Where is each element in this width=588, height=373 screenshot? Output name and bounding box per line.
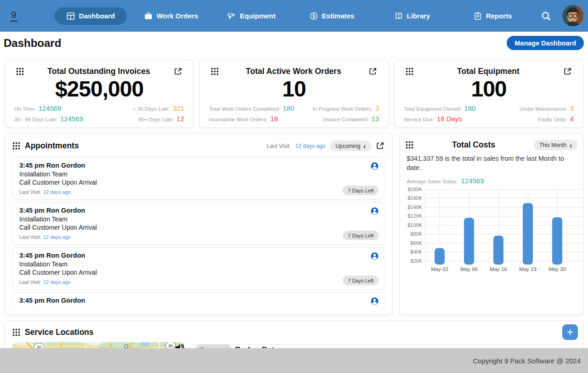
card-total-equipment: Total Equipment 100 Total Equipment Owne… xyxy=(394,60,583,128)
drag-handle-icon[interactable] xyxy=(406,141,413,149)
avatar-photo xyxy=(562,5,583,26)
bar-May 30 xyxy=(552,217,562,265)
card-title: Total Equipment xyxy=(413,67,563,76)
appointment-item[interactable]: 3:45 pm Ron Gordon Installation Team Cal… xyxy=(12,202,384,245)
appointment-note: Call Customer Upon Arrival xyxy=(19,179,378,186)
search-icon[interactable] xyxy=(541,11,551,21)
stat-label: Under Maintenance: xyxy=(520,106,567,112)
stat-value: 3 xyxy=(570,104,574,112)
y-axis-tick-label: $140K xyxy=(406,204,422,210)
stat-value: 18 Days xyxy=(437,115,462,123)
x-axis-tick-label: May 06 xyxy=(455,266,483,272)
person-icon[interactable] xyxy=(371,207,379,215)
nav-item-estimates[interactable]: $ Estimates xyxy=(292,0,372,32)
bar-May 02 xyxy=(435,248,445,264)
chevron-left-icon: ‹ xyxy=(363,141,366,150)
stat-value: 3 xyxy=(375,104,379,112)
stat-value: 4 xyxy=(570,115,574,123)
x-axis-tick-label: May 30 xyxy=(543,266,571,272)
drag-handle-icon[interactable] xyxy=(406,68,413,75)
gridline xyxy=(425,216,583,216)
open-external-icon[interactable] xyxy=(368,67,377,76)
appointment-title: 3:45 pm Ron Gordon xyxy=(19,162,378,169)
app-logo[interactable]: 9 xyxy=(10,9,17,22)
x-axis-tick-label: May 02 xyxy=(426,266,453,272)
appointment-team: Installation Team xyxy=(19,215,378,223)
top-nav: 9 Dashboard Work Orders Equipment $ Esti… xyxy=(0,0,588,32)
appointment-note: Call Customer Upon Arrival xyxy=(19,224,378,231)
nav-item-work-orders[interactable]: Work Orders xyxy=(131,0,211,32)
work-orders-icon xyxy=(144,12,153,20)
svg-text:30: 30 xyxy=(168,344,173,348)
stat-label: In Progress Work Orders: xyxy=(313,106,373,112)
stat-value: 12 xyxy=(176,115,184,123)
appointment-item[interactable]: 3:45 pm Ron Gordon Installation Team Cal… xyxy=(12,247,384,290)
card-value: $250,000 xyxy=(16,76,182,102)
open-external-icon[interactable] xyxy=(563,67,572,76)
x-axis-tick-label: May 16 xyxy=(485,266,512,272)
last-visit-value[interactable]: 12 days ago xyxy=(43,189,71,195)
nav-item-label: Reports xyxy=(486,12,512,20)
upcoming-filter-chip[interactable]: Upcoming‹ xyxy=(330,141,371,151)
nav-item-library[interactable]: Library xyxy=(372,0,452,32)
drag-handle-icon[interactable] xyxy=(211,68,219,75)
add-location-button[interactable]: + xyxy=(562,324,578,340)
reports-icon xyxy=(474,12,482,20)
person-icon[interactable] xyxy=(371,252,379,260)
stat-label: 30 - 90 Days Late: xyxy=(14,117,57,122)
appointments-title: Appointments xyxy=(25,141,262,151)
dashboard-icon xyxy=(67,12,75,20)
stat-cards-row: Total Outstanding Invoices $250,000 On T… xyxy=(5,60,583,128)
nav-item-label: Work Orders xyxy=(157,12,198,20)
stat-label: Total Equipment Owned: xyxy=(404,106,461,112)
days-left-chip: 7 Days Left xyxy=(343,186,379,195)
user-avatar[interactable] xyxy=(562,5,583,26)
avg-sales-value: 124569 xyxy=(461,177,484,185)
last-visit-value[interactable]: 12 days ago xyxy=(295,143,325,149)
avg-sales-label: Average Sales Today: xyxy=(407,179,458,184)
person-icon[interactable] xyxy=(371,162,379,170)
copyright-text: Copyright 9 Pack Software @ 2024 xyxy=(473,357,581,365)
y-axis-tick-label: $180K xyxy=(406,186,422,192)
y-axis-tick-label: $120K xyxy=(406,213,422,219)
card-total-outstanding-invoices: Total Outstanding Invoices $250,000 On T… xyxy=(5,60,194,128)
drag-handle-icon[interactable] xyxy=(12,328,20,336)
last-visit-value[interactable]: 12 days ago xyxy=(43,234,71,240)
gridline xyxy=(425,189,583,190)
nav-item-reports[interactable]: Reports xyxy=(452,0,533,32)
service-locations-title: Service Locations xyxy=(25,328,94,337)
manage-dashboard-button[interactable]: Manage Dashboard xyxy=(507,36,584,50)
chip-label: This Month xyxy=(539,142,566,148)
last-visit-value[interactable]: 12 days ago xyxy=(43,279,71,285)
days-left-chip: 7 Days Left xyxy=(343,231,379,240)
stat-value: 321 xyxy=(173,104,184,112)
drag-handle-icon[interactable] xyxy=(12,142,20,150)
stat-label: Incomplete Work Orders: xyxy=(209,117,268,122)
stat-label: < 30 Days Late: xyxy=(133,106,170,112)
nav-item-label: Estimates xyxy=(322,12,355,20)
appointment-item[interactable]: 3:45 pm Ron Gordon Installation Team Cal… xyxy=(12,157,384,200)
appointment-team: Installation Team xyxy=(19,170,378,178)
stat-label: On Time: xyxy=(14,106,36,112)
open-external-icon[interactable] xyxy=(174,67,182,76)
nav-item-equipment[interactable]: Equipment xyxy=(211,0,292,32)
total-costs-bar-chart: $180K$160K$140K$120K$100K$80K$60K$40K$20… xyxy=(406,186,577,274)
drag-handle-icon[interactable] xyxy=(16,68,24,75)
nav-item-label: Equipment xyxy=(240,12,276,20)
stat-value: 180 xyxy=(464,104,475,112)
y-axis-tick-label: $40K xyxy=(406,249,422,254)
nav-item-label: Library xyxy=(407,12,430,20)
open-external-icon[interactable] xyxy=(376,141,384,150)
last-visit-label: Last Visit: xyxy=(19,189,41,195)
bar-May 23 xyxy=(523,203,533,265)
appointments-card: Appointments Last Visit: 12 days ago Upc… xyxy=(5,133,392,315)
stat-value: 13 xyxy=(371,115,379,123)
nav-item-dashboard[interactable]: Dashboard xyxy=(51,0,131,32)
stat-value: 124569 xyxy=(60,115,83,123)
total-costs-title: Total Costs xyxy=(413,140,534,150)
page-header: Dashboard Manage Dashboard xyxy=(0,32,588,58)
y-axis-tick-label: $20K xyxy=(406,258,422,264)
appointment-team: Installation Team xyxy=(19,260,378,268)
period-chip[interactable]: This Month‹ xyxy=(534,140,577,150)
list-fade-overlay xyxy=(6,303,391,314)
